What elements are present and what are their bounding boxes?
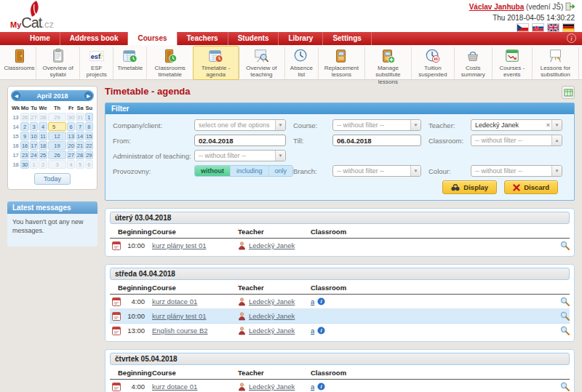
- calendar-day[interactable]: 20: [67, 141, 75, 150]
- nav-tab-settings[interactable]: Settings: [323, 32, 371, 45]
- calendar-day[interactable]: 3: [48, 160, 66, 169]
- course-link[interactable]: kurz dotace 01: [152, 297, 197, 305]
- toolbar-item-courses-events[interactable]: Courses - events: [493, 47, 533, 79]
- logout-icon[interactable]: [565, 4, 575, 12]
- calendar-day[interactable]: 2: [20, 122, 29, 131]
- calendar-day[interactable]: 27: [67, 151, 75, 159]
- chevron-down-icon[interactable]: ▼: [410, 166, 420, 176]
- calendar-day[interactable]: 17: [30, 141, 38, 150]
- date-icon[interactable]: [110, 241, 123, 250]
- clear-icon[interactable]: ×: [546, 121, 550, 129]
- nav-tab-students[interactable]: Students: [228, 32, 279, 45]
- provozovny-option-including[interactable]: including: [230, 166, 268, 176]
- display-button[interactable]: Display: [442, 180, 497, 194]
- nav-tab-library[interactable]: Library: [279, 32, 323, 45]
- calendar-day[interactable]: 23: [20, 151, 29, 159]
- classroom-select[interactable]: -- without filter --▲: [471, 135, 562, 146]
- magnifier-icon[interactable]: [555, 382, 570, 391]
- calendar-next-icon[interactable]: ▶: [84, 92, 92, 100]
- chevron-down-icon[interactable]: ▼: [551, 166, 562, 176]
- toolbar-item-tuition-suspended[interactable]: Tuition suspended: [412, 47, 455, 79]
- calendar-day[interactable]: 8: [85, 122, 93, 131]
- calendar-day[interactable]: 29: [48, 113, 66, 121]
- calendar-day[interactable]: 25: [39, 151, 47, 159]
- calendar-day[interactable]: 28: [39, 113, 47, 121]
- chevron-up-icon[interactable]: ▲: [551, 135, 562, 145]
- export-icon[interactable]: [562, 86, 575, 99]
- date-icon[interactable]: [110, 311, 123, 321]
- toolbar-item-replacement-lessons[interactable]: Replacement lessons: [319, 47, 365, 79]
- calendar-day[interactable]: 26: [48, 151, 66, 159]
- calendar-day[interactable]: 31: [76, 113, 84, 121]
- calendar-day-selected[interactable]: 5: [48, 122, 66, 131]
- chevron-down-icon[interactable]: ▼: [551, 120, 562, 130]
- date-icon[interactable]: [110, 326, 123, 335]
- nav-tab-teachers[interactable]: Teachers: [178, 32, 228, 45]
- toolbar-item-classrooms[interactable]: Classrooms: [3, 47, 36, 79]
- nav-tab-home[interactable]: Home: [20, 32, 60, 45]
- calendar-day[interactable]: 14: [76, 132, 84, 140]
- teacher-link[interactable]: Ledecký Janek: [249, 241, 295, 249]
- magnifier-icon[interactable]: [555, 297, 570, 306]
- calendar-day[interactable]: 9: [20, 132, 29, 140]
- calendar-day[interactable]: 21: [76, 141, 84, 150]
- flag-gb-icon[interactable]: [547, 23, 559, 32]
- calendar-day[interactable]: 22: [85, 141, 93, 150]
- toolbar-item-esf-projects[interactable]: esfESF projects: [80, 47, 113, 79]
- nav-tab-address-book[interactable]: Address book: [60, 32, 129, 45]
- toolbar-item-manage-substitute-lessons[interactable]: Manage substitute lessons: [365, 47, 412, 79]
- magnifier-icon[interactable]: [555, 311, 570, 321]
- teacher-link[interactable]: Ledecký Janek: [249, 297, 295, 305]
- from-date-input[interactable]: [194, 135, 286, 146]
- toolbar-item-timetable-agenda[interactable]: Timetable - agenda: [194, 47, 239, 79]
- today-button[interactable]: Today: [34, 173, 71, 185]
- toolbar-item-lessons-for-substitution[interactable]: Lessons for substitution: [533, 47, 579, 79]
- info-icon[interactable]: i: [567, 33, 576, 43]
- flag-sk-icon[interactable]: [532, 23, 544, 32]
- calendar-day[interactable]: 4: [67, 160, 75, 169]
- calendar-day[interactable]: 30: [20, 160, 29, 169]
- chevron-down-icon[interactable]: ▼: [410, 120, 420, 130]
- chevron-down-icon[interactable]: ▼: [275, 120, 285, 130]
- calendar-day[interactable]: 29: [85, 151, 93, 159]
- calendar-prev-icon[interactable]: ◀: [12, 92, 20, 100]
- toolbar-item-costs-summary[interactable]: Costs summary: [455, 47, 493, 79]
- teacher-link[interactable]: Ledecký Janek: [249, 383, 295, 391]
- nav-tab-courses[interactable]: Courses: [128, 32, 177, 45]
- admin-select[interactable]: -- without filter --▼: [194, 150, 286, 161]
- provozovny-option-without[interactable]: without: [195, 166, 230, 176]
- calendar-day[interactable]: 1: [30, 160, 38, 169]
- flag-cz-icon[interactable]: [517, 23, 529, 32]
- course-link[interactable]: kurz dotace 01: [152, 383, 197, 391]
- toolbar-item-timetable[interactable]: Timetable: [113, 47, 147, 79]
- calendar-day[interactable]: 15: [85, 132, 93, 140]
- company-select[interactable]: select one of the options▼: [194, 119, 286, 131]
- calendar-day[interactable]: 11: [39, 132, 47, 140]
- flag-de-icon[interactable]: [562, 23, 575, 32]
- calendar-day[interactable]: 6: [67, 122, 75, 131]
- calendar-day[interactable]: 7: [76, 122, 84, 131]
- calendar-day[interactable]: 18: [39, 141, 47, 150]
- calendar-day[interactable]: 28: [76, 151, 84, 159]
- toolbar-item-absence-list[interactable]: Absence list: [285, 47, 319, 79]
- calendar-day[interactable]: 10: [30, 132, 38, 140]
- calendar-day[interactable]: 6: [85, 160, 93, 169]
- branch-select[interactable]: -- without filter --▼: [332, 165, 421, 177]
- course-select[interactable]: -- without filter --▼: [332, 119, 421, 131]
- info-icon[interactable]: i: [317, 297, 325, 305]
- calendar-day[interactable]: 4: [39, 122, 47, 131]
- course-link[interactable]: kurz plány test 01: [152, 312, 206, 320]
- magnifier-icon[interactable]: [555, 326, 570, 335]
- toolbar-item-overview-of-syllabi[interactable]: Overview of syllabi: [36, 47, 80, 79]
- classroom-link[interactable]: a: [311, 327, 314, 335]
- date-icon[interactable]: [110, 297, 123, 306]
- provozovny-option-only[interactable]: only: [268, 166, 293, 176]
- colour-select[interactable]: -- without filter --▼: [471, 165, 562, 177]
- magnifier-icon[interactable]: [555, 241, 570, 250]
- calendar-day[interactable]: 30: [67, 113, 75, 121]
- calendar-day[interactable]: 26: [20, 113, 29, 121]
- till-date-input[interactable]: [332, 135, 421, 146]
- info-icon[interactable]: i: [317, 327, 325, 335]
- calendar-day[interactable]: 5: [76, 160, 84, 169]
- toolbar-item-classrooms-timetable[interactable]: Classrooms timetable: [147, 47, 194, 79]
